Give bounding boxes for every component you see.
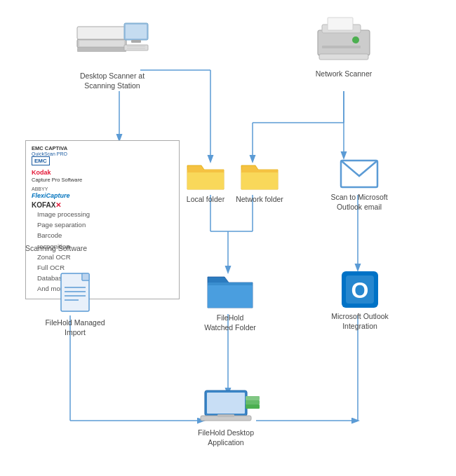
svg-rect-24: [126, 25, 147, 39]
mail-icon: [340, 158, 379, 190]
svg-rect-56: [246, 400, 260, 404]
svg-rect-22: [77, 27, 126, 39]
svg-rect-47: [208, 285, 253, 308]
svg-rect-41: [82, 273, 89, 280]
svg-rect-38: [241, 172, 278, 189]
desktop-app-node: FileHold DesktopApplication: [184, 389, 268, 447]
flexicapture-logo: ABBYY FlexiCapture: [32, 185, 102, 199]
svg-rect-21: [77, 48, 126, 52]
local-folder-label: Local folder: [187, 195, 224, 205]
network-folder-icon: [240, 160, 279, 192]
svg-point-32: [352, 36, 359, 43]
diagram: Desktop Scanner at Scanning Station Netw…: [0, 0, 456, 476]
outlook-integration-label: Microsoft Outlook Integration: [321, 312, 398, 331]
kofax-logo: KOFAX✕: [32, 201, 102, 209]
filehold-logo-icon: [244, 395, 261, 414]
filehold-import-label: FileHold Managed Import: [36, 318, 114, 337]
svg-text:O: O: [351, 278, 369, 303]
svg-rect-36: [187, 172, 224, 189]
network-folder-label: Network folder: [236, 195, 283, 205]
local-folder-node: Local folder: [181, 160, 230, 205]
svg-rect-26: [124, 45, 148, 50]
filehold-import-node: FileHold Managed Import: [36, 272, 114, 337]
svg-rect-34: [319, 54, 368, 60]
scanning-software-label: Scanning Software: [25, 244, 87, 252]
network-scanner-label: Network Scanner: [316, 69, 373, 79]
desktop-scanner-label: Desktop Scanner at Scanning Station: [70, 72, 154, 90]
filehold-watched-node: FileHoldWatched Folder: [195, 270, 265, 332]
filehold-watched-icon: [206, 270, 254, 311]
svg-rect-25: [131, 40, 141, 43]
scan-to-email-node: Scan to MicrosoftOutlook email: [324, 158, 394, 212]
scan-to-email-label: Scan to MicrosoftOutlook email: [330, 193, 387, 212]
document-icon: [58, 272, 93, 315]
network-scanner-node: Network Scanner: [298, 11, 389, 79]
desktop-scanner-node: Desktop Scanner at Scanning Station: [70, 13, 154, 90]
outlook-integration-node: O Microsoft Outlook Integration: [321, 270, 398, 331]
svg-rect-20: [79, 41, 124, 46]
local-folder-icon: [186, 160, 225, 192]
svg-rect-31: [328, 18, 353, 30]
outlook-icon: O: [340, 270, 380, 309]
svg-rect-33: [322, 46, 361, 48]
emc-captiva-logo: EMC CAPTIVA QuickScan PRO EMC: [32, 145, 102, 165]
svg-rect-52: [207, 393, 245, 414]
kodak-logo: Kodak Capture Pro Software: [32, 169, 102, 183]
svg-rect-54: [217, 414, 234, 417]
desktop-app-label: FileHold DesktopApplication: [198, 428, 254, 447]
software-logos: EMC CAPTIVA QuickScan PRO EMC Kodak Capt…: [32, 145, 102, 209]
svg-rect-55: [246, 404, 260, 409]
svg-rect-57: [246, 396, 260, 400]
network-folder-node: Network folder: [232, 160, 288, 205]
network-scanner-icon: [312, 11, 375, 67]
desktop-scanner-icon: [74, 13, 151, 69]
svg-rect-29: [318, 30, 370, 55]
filehold-watched-label: FileHoldWatched Folder: [204, 313, 256, 332]
